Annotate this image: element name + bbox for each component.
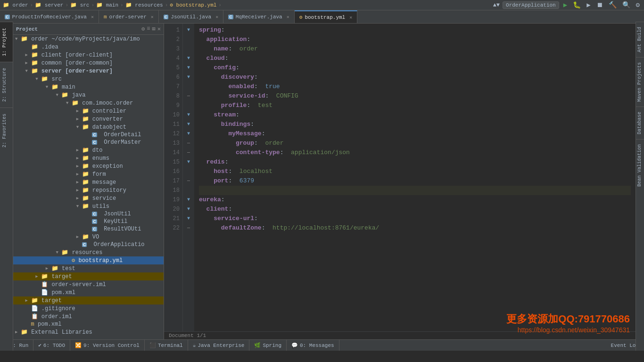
top-bar: 📁 order › 📁 server › 📁 src › 📁 main › 📁 … xyxy=(0,0,644,10)
code-line-7: enabled: true xyxy=(199,82,631,91)
toolbar-sort[interactable]: ▲▼ xyxy=(493,2,500,8)
favorites-tab[interactable]: 2: Favorites xyxy=(0,107,13,153)
gutter: ▼▼▼▼—▼▼▼——▼—▼▼▼— xyxy=(183,24,194,331)
run-with-coverage[interactable]: ▶ xyxy=(585,1,592,9)
tree-item[interactable]: ▼📁 src xyxy=(13,75,164,83)
tree-item[interactable]: ▼📁 resources xyxy=(13,248,164,256)
sidebar-icon-1[interactable]: ⚙ xyxy=(141,25,145,33)
tree-item[interactable]: ▶📁 target xyxy=(13,296,164,304)
tree-item[interactable]: ▶📁 converter xyxy=(13,115,164,123)
sidebar-icon-3[interactable]: ⊞ xyxy=(152,25,156,33)
breadcrumb-resources: 📁 resources xyxy=(125,2,163,8)
spring-icon: 🌿 xyxy=(254,342,261,348)
tree-item[interactable]: ▶📁 common [order-common] xyxy=(13,59,164,67)
tree-item[interactable]: ▶📁 External Libraries xyxy=(13,328,164,336)
terminal-tab[interactable]: ⬛ Terminal xyxy=(145,340,188,351)
settings-button[interactable]: ⚙ xyxy=(635,1,641,9)
code-line-1: spring: xyxy=(199,25,631,35)
breadcrumb-file: ⚙ bootstrap.yml xyxy=(170,2,216,8)
maven-projects-tab[interactable]: Maven Projects xyxy=(636,57,644,107)
sidebar-icon-2[interactable]: ≡ xyxy=(147,25,150,33)
right-side-tabs: Ant Build Maven Projects Database Bean V… xyxy=(636,22,644,351)
code-line-17: port: 6379 xyxy=(199,176,631,186)
todo-icon: ✔ xyxy=(38,342,41,348)
tab-jsonutil[interactable]: C JsonUtil.java ✕ xyxy=(159,10,223,23)
tab-mqreceiver[interactable]: C MqReceiver.java ✕ xyxy=(223,10,295,23)
sidebar: Project ⚙ ≡ ⊞ ✕ ▼📁 order ~/code/myProjec… xyxy=(13,24,164,339)
tree-item[interactable]: ▶📁 dto xyxy=(13,146,164,154)
tree-item[interactable]: ▶📁 VO xyxy=(13,233,164,241)
code-line-11: bindings: xyxy=(199,120,631,129)
sidebar-icon-4[interactable]: ✕ xyxy=(157,25,161,33)
run-config-dropdown[interactable]: OrderApplication xyxy=(503,1,559,9)
tree-item[interactable]: C OrderMaster xyxy=(13,139,164,146)
code-line-19: eureka: xyxy=(199,195,631,205)
run-button[interactable]: ▶ xyxy=(562,1,569,9)
tree-item[interactable]: ▼📁 main xyxy=(13,83,164,91)
messages-tab[interactable]: 💬 0: Messages xyxy=(287,340,339,351)
stop-button[interactable]: ⏹ xyxy=(595,1,604,9)
tree-item[interactable]: 📋 order-server.iml xyxy=(13,280,164,288)
tree-item[interactable]: ▶📁 exception xyxy=(13,162,164,170)
tree-item[interactable]: ▶📁 controller xyxy=(13,107,164,115)
toolbar: ▲▼ OrderApplication ▶ 🐛 ▶ ⏹ 🔨 🔍 ⚙ xyxy=(493,1,641,9)
debug-button[interactable]: 🐛 xyxy=(571,1,582,9)
tab-bootstrap[interactable]: ⚙ bootstrap.yml ✕ xyxy=(295,10,357,23)
tree-item[interactable]: ▼📁 order ~/code/myProjects/java/imo xyxy=(13,35,164,43)
tree-item[interactable]: ▶📁 message xyxy=(13,178,164,186)
tree-item[interactable]: 📄 pom.xml xyxy=(13,288,164,296)
tree-item[interactable]: 📄 .gitignore xyxy=(13,304,164,313)
breadcrumb-main: 📁 main xyxy=(96,2,118,8)
tree-item[interactable]: ▶📁 form xyxy=(13,170,164,178)
tree-item[interactable]: ▼📁 com.imooc.order xyxy=(13,99,164,107)
bottom-tabs: ▶ 4: Run ✔ 6: TODO 🔀 9: Version Control … xyxy=(0,339,644,351)
vc-icon: 🔀 xyxy=(75,342,82,348)
tree-item[interactable]: C ResultVOUti xyxy=(13,225,164,233)
search-button[interactable]: 🔍 xyxy=(621,1,632,9)
java-enterprise-tab[interactable]: ☕ Java Enterprise xyxy=(188,340,250,351)
tree-item[interactable]: ▼📁 utils xyxy=(13,202,164,210)
tree-item[interactable]: ▼📁 java xyxy=(13,91,164,99)
structure-tab[interactable]: 2: Structure xyxy=(0,62,13,107)
breadcrumb-src: 📁 src xyxy=(70,2,89,8)
code-line-6: discovery: xyxy=(199,73,631,82)
terminal-icon: ⬛ xyxy=(149,342,156,348)
tree-item[interactable]: C OrderApplicatio xyxy=(13,241,164,248)
tree-item[interactable]: ⚙ bootstrap.yml xyxy=(13,256,164,264)
tree-item[interactable]: ▶📁 target xyxy=(13,272,164,280)
project-tab[interactable]: 1: Project xyxy=(0,22,13,62)
tab-product[interactable]: C ProductInfoReceiver.java ✕ xyxy=(0,10,99,23)
code-line-13: group: order xyxy=(199,139,631,148)
tree-item[interactable]: ▶📁 client [order-client] xyxy=(13,51,164,59)
watermark-text: 更多资源加QQ:791770686 xyxy=(506,312,630,326)
version-control-tab[interactable]: 🔀 9: Version Control xyxy=(70,340,145,351)
tree-item[interactable]: ▶📁 enums xyxy=(13,154,164,162)
tree-item[interactable]: ▶📁 repository xyxy=(13,186,164,194)
sidebar-header: Project ⚙ ≡ ⊞ ✕ xyxy=(13,24,164,35)
spring-tab[interactable]: 🌿 Spring xyxy=(249,340,287,351)
tree-item[interactable]: 📋 order.iml xyxy=(13,313,164,321)
breadcrumb-server: 📁 server xyxy=(35,2,63,8)
ant-build-tab[interactable]: Ant Build xyxy=(636,22,644,57)
vertical-sidebar-tabs: 1: Project 2: Structure 2: Favorites xyxy=(0,22,13,351)
tree-item[interactable]: C OrderDetail xyxy=(13,131,164,139)
code-line-2: application: xyxy=(199,35,631,44)
code-line-16: host: localhost xyxy=(199,167,631,176)
main-layout: Project ⚙ ≡ ⊞ ✕ ▼📁 order ~/code/myProjec… xyxy=(13,24,636,339)
tree-item[interactable]: C JsonUtil xyxy=(13,210,164,218)
tree-item[interactable]: ▼📁 dataobject xyxy=(13,123,164,131)
tab-order-server[interactable]: m order-server ✕ xyxy=(99,10,159,23)
bean-validation-tab[interactable]: Bean Validation xyxy=(636,139,644,191)
code-line-9: profile: test xyxy=(199,101,631,110)
tree-item[interactable]: ▶📁 test xyxy=(13,264,164,272)
tree-item[interactable]: ▶📁 service xyxy=(13,194,164,202)
build-button[interactable]: 🔨 xyxy=(607,1,618,9)
code-line-21: service-url: xyxy=(199,214,631,223)
tree-item[interactable]: m pom.xml xyxy=(13,321,164,328)
code-area[interactable]: spring: application: name: order cloud: … xyxy=(194,24,636,331)
tree-item[interactable]: 📁 .idea xyxy=(13,43,164,51)
tree-item[interactable]: C KeyUtil xyxy=(13,218,164,225)
todo-tab[interactable]: ✔ 6: TODO xyxy=(33,340,70,351)
database-tab[interactable]: Database xyxy=(636,107,644,139)
tree-item[interactable]: ▼📁 server [order-server] xyxy=(13,67,164,75)
